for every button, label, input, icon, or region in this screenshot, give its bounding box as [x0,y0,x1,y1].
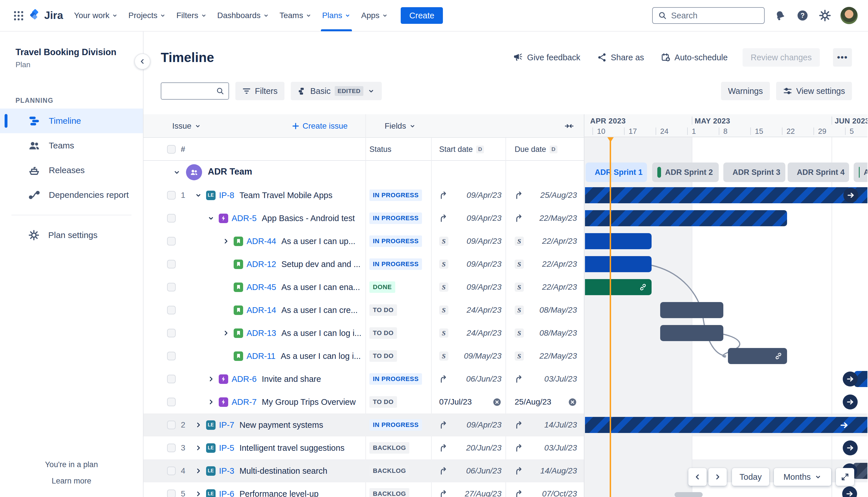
start-date-cell[interactable]: 09/Apr/23 [431,207,505,230]
nav-item-your-work[interactable]: Your work [69,0,123,31]
due-date-cell[interactable]: 25/Aug/23 [505,390,584,413]
create-issue-button[interactable]: Create issue [292,114,348,138]
row-checkbox[interactable] [167,237,176,245]
scroll-to-bar-button-IP-5[interactable] [843,440,858,455]
issue-key-link[interactable]: IP-5 [219,443,234,453]
issue-row-ADR-44[interactable]: ADR-44 As a user I can up... IN PROGRESS… [143,230,584,253]
issue-column-menu[interactable]: Issue [172,114,201,138]
sprint-chip[interactable]: ADR Sprint 1 [585,162,647,182]
row-checkbox[interactable] [167,283,176,292]
issue-key-link[interactable]: ADR-14 [247,306,276,315]
user-avatar[interactable] [840,7,858,24]
sprint-chip[interactable]: ADR Sprint 2 [652,162,719,182]
status-cell[interactable]: TO DO [365,344,431,368]
due-date-cell[interactable]: 14/Aug/23 [505,459,584,482]
scroll-to-bar-button-ADR-7[interactable] [843,395,858,409]
status-cell[interactable]: TO DO [365,299,431,322]
issue-row-ADR-14[interactable]: ADR-14 As a user I can cre... TO DO S24/… [143,299,584,322]
expand-chevron-icon[interactable] [194,421,206,429]
due-date-cell[interactable]: S08/May/23 [505,322,584,344]
row-checkbox[interactable] [167,306,176,314]
issue-key-link[interactable]: ADR-7 [232,397,257,407]
gantt-bar-ADR-45[interactable] [585,279,652,295]
expand-chevron-icon[interactable] [207,214,219,222]
issue-row-IP-3[interactable]: 4 LE IP-3 Multi-destination search BACKL… [143,459,584,482]
issue-key-link[interactable]: IP-3 [219,466,234,476]
issue-key-link[interactable]: IP-7 [219,420,234,430]
start-date-cell[interactable]: S09/Apr/23 [431,253,505,275]
notifications-bell-icon[interactable] [773,9,787,23]
start-date-cell[interactable]: S24/Apr/23 [431,299,505,322]
start-date-cell[interactable]: S09/May/23 [431,344,505,368]
sprint-chip[interactable]: AD [854,162,867,182]
timeline-search-input[interactable] [161,82,229,100]
status-cell[interactable]: IN PROGRESS [365,368,431,390]
learn-more-link[interactable]: Learn more [0,477,143,485]
due-date-cell[interactable]: 03/Jul/23 [505,368,584,390]
gantt-bar-IP-8[interactable] [585,187,867,203]
today-button[interactable]: Today [732,468,769,486]
issue-row-IP-8[interactable]: 1 LE IP-8 Team Travel Mobile Apps IN PRO… [143,184,584,207]
gantt-bar-IP-7[interactable] [585,417,867,433]
start-date-cell[interactable]: S09/Apr/23 [431,275,505,299]
sidebar-item-timeline[interactable]: Timeline [0,109,143,133]
sidebar-item-teams[interactable]: Teams [0,133,143,158]
issue-key-link[interactable]: ADR-11 [247,352,276,361]
gantt-bar-ADR-12[interactable] [585,256,652,272]
row-checkbox[interactable] [167,421,176,429]
due-date-cell[interactable]: S08/May/23 [505,299,584,322]
collapse-fields-icon[interactable] [564,114,574,138]
issue-key-link[interactable]: ADR-12 [247,259,276,269]
expand-chevron-icon[interactable] [194,444,206,452]
status-cell[interactable]: IN PROGRESS [365,207,431,230]
due-date-cell[interactable]: S22/Apr/23 [505,230,584,253]
collapse-group-chevron-icon[interactable] [173,168,184,176]
pan-right-button[interactable] [708,468,727,486]
team-group-row[interactable]: ADR Team [143,161,584,184]
start-date-cell[interactable]: S24/Apr/23 [431,322,505,344]
share-as-button[interactable]: Share as [595,52,646,62]
select-all-checkbox[interactable] [167,145,176,154]
issue-key-link[interactable]: ADR-6 [232,374,257,384]
nav-item-apps[interactable]: Apps [356,0,393,31]
view-preset-button[interactable]: Basic EDITED [291,82,382,100]
issue-row-ADR-7[interactable]: ADR-7 My Group Trips Overview TO DO 07/J… [143,390,584,413]
global-search-input[interactable]: Search [652,7,765,24]
row-checkbox[interactable] [167,214,176,223]
issue-key-link[interactable]: ADR-13 [247,328,276,338]
issue-row-ADR-6[interactable]: ADR-6 Invite and share IN PROGRESS 06/Ju… [143,368,584,390]
sidebar-item-dependencies-report[interactable]: Dependencies report [0,183,143,207]
fullscreen-button[interactable] [836,468,854,486]
gantt-bar-ADR-44[interactable] [585,233,652,249]
row-checkbox[interactable] [167,375,176,383]
start-date-cell[interactable]: 20/Jun/23 [431,437,505,459]
row-checkbox[interactable] [167,489,176,497]
auto-schedule-button[interactable]: Auto-schedule [659,52,729,62]
clear-date-icon[interactable] [493,398,502,407]
give-feedback-button[interactable]: Give feedback [511,52,582,62]
status-cell[interactable]: IN PROGRESS [365,230,431,253]
expand-chevron-icon[interactable] [207,398,219,406]
issue-key-link[interactable]: IP-6 [219,489,234,497]
gantt-bar-ADR-5[interactable] [585,210,787,226]
expand-chevron-icon[interactable] [194,467,206,474]
issue-key-link[interactable]: IP-8 [219,191,234,200]
status-cell[interactable]: BACKLOG [365,482,431,497]
row-checkbox[interactable] [167,191,176,200]
sidebar-item-plan-settings[interactable]: Plan settings [0,223,143,247]
scroll-to-bar-button-IP-8[interactable] [843,188,858,203]
nav-item-projects[interactable]: Projects [123,0,171,31]
nav-item-filters[interactable]: Filters [171,0,212,31]
help-icon[interactable]: ? [796,9,809,23]
due-date-cell[interactable]: 03/Jul/23 [505,437,584,459]
expand-chevron-icon[interactable] [222,238,234,245]
issue-key-link[interactable]: ADR-5 [232,214,257,223]
nav-item-teams[interactable]: Teams [274,0,317,31]
sidebar-collapse-button[interactable] [134,53,150,70]
more-actions-button[interactable]: ••• [833,48,852,67]
dependency-link-icon[interactable] [639,283,647,291]
issue-row-IP-6[interactable]: 5 LE IP-6 Performance level-up BACKLOG 2… [143,482,584,497]
row-checkbox[interactable] [167,352,176,360]
warnings-button[interactable]: Warnings [721,82,769,100]
due-date-cell[interactable]: S22/May/23 [505,344,584,368]
